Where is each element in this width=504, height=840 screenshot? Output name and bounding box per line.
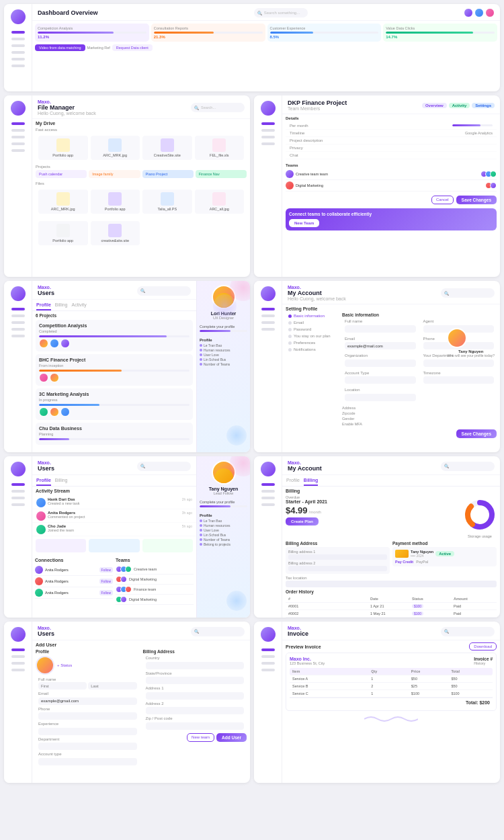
dkp-tab-overview[interactable]: Overview xyxy=(422,103,447,108)
input-email[interactable] xyxy=(345,342,416,349)
dkp-tab-activity[interactable]: Activity xyxy=(449,103,470,108)
add-dept[interactable] xyxy=(38,743,137,750)
file-2[interactable]: Portfolio app xyxy=(91,190,140,214)
ma1-nav-2[interactable] xyxy=(261,314,275,317)
input-actype[interactable] xyxy=(345,376,416,384)
setting-nav-email[interactable]: Email xyxy=(286,319,339,326)
setting-nav-pref[interactable]: Preferences xyxy=(286,339,339,346)
dkp-nav-4[interactable] xyxy=(261,142,275,145)
ua-tab-billing[interactable]: Billing xyxy=(55,478,68,486)
dkp-nav-2[interactable] xyxy=(261,129,275,132)
conn-btn-3[interactable]: Follow xyxy=(99,590,113,595)
project-tag-3[interactable]: Piano Project xyxy=(142,170,194,178)
add-phone[interactable] xyxy=(38,712,137,720)
u1-tab-profile[interactable]: Profile xyxy=(36,302,51,310)
mab-search[interactable]: 🔍 xyxy=(441,462,495,471)
action-btn-1[interactable]: Video from data matching xyxy=(35,44,85,51)
add-state[interactable] xyxy=(146,677,245,684)
mab-nav-4[interactable] xyxy=(261,503,275,506)
setting-nav-password[interactable]: Password xyxy=(286,326,339,333)
save-changes-btn[interactable]: Save Changes xyxy=(456,429,497,438)
inv1-nav-2[interactable] xyxy=(261,655,275,658)
u1-nav-5[interactable] xyxy=(11,335,25,337)
folder-2[interactable]: ARC_MRK.jpg xyxy=(91,136,140,160)
mab-tab-billing[interactable]: Billing xyxy=(304,478,318,486)
nav-icon-projects[interactable] xyxy=(11,58,25,60)
project-tag-1[interactable]: Push calendar xyxy=(36,170,87,178)
inv1-nav-3[interactable] xyxy=(261,662,275,665)
u1-tab-activity[interactable]: Activity xyxy=(71,302,86,310)
ma1-nav-1[interactable] xyxy=(261,308,275,310)
mab-nav-1[interactable] xyxy=(261,483,275,486)
fm-search[interactable]: 🔍 Search... xyxy=(191,103,245,112)
nav-icon-reports[interactable] xyxy=(11,65,25,67)
avatar-notification[interactable] xyxy=(485,8,495,17)
mab-nav-2[interactable] xyxy=(261,490,275,493)
add-zip[interactable] xyxy=(146,722,245,730)
project-tag-2[interactable]: Image family xyxy=(89,170,140,178)
ua-tab-profile[interactable]: Profile xyxy=(36,478,51,486)
add-firstname[interactable] xyxy=(38,682,87,689)
fm-nav-5[interactable] xyxy=(11,149,25,152)
add-user-submit-btn[interactable]: Add User xyxy=(216,733,247,742)
dkp-save-btn[interactable]: Save Changes xyxy=(456,196,497,204)
ua-nav-4[interactable] xyxy=(11,503,25,506)
nav-icon-dashboard[interactable] xyxy=(11,31,25,34)
add-addr1[interactable] xyxy=(146,692,245,700)
dkp-nav-1[interactable] xyxy=(261,122,275,125)
input-timezone[interactable] xyxy=(423,376,495,384)
u1-nav-2[interactable] xyxy=(11,314,25,317)
ma1-nav-4[interactable] xyxy=(261,328,275,331)
ua-nav-2[interactable] xyxy=(11,490,25,493)
add-actype[interactable] xyxy=(38,758,137,765)
folder-1[interactable]: Portfolio app xyxy=(38,136,88,160)
pay-credit[interactable]: Pay Credit xyxy=(395,560,413,564)
fm-nav-1[interactable] xyxy=(11,122,25,125)
file-5[interactable]: Portfolio app xyxy=(38,221,88,245)
conn-btn-2[interactable]: Follow xyxy=(99,579,113,584)
project-tag-4[interactable]: Finance Nav xyxy=(196,170,247,178)
input-org[interactable] xyxy=(345,360,416,367)
pay-paypal[interactable]: PayPal xyxy=(416,560,428,564)
download-btn[interactable]: Download xyxy=(469,642,497,650)
addr-field-1[interactable] xyxy=(288,554,387,560)
folder-3[interactable]: CreativeSite.site xyxy=(142,136,192,160)
dkp-tab-settings[interactable]: Settings xyxy=(472,103,495,108)
uadd-nav-4[interactable] xyxy=(11,669,25,671)
ua-nav-3[interactable] xyxy=(11,497,25,499)
file-1[interactable]: ARC_MRK.jpg xyxy=(38,190,88,214)
fm-nav-4[interactable] xyxy=(11,142,25,145)
search-bar[interactable]: 🔍 Search something... xyxy=(254,8,308,17)
action-btn-2[interactable]: Request Data client xyxy=(112,44,153,51)
input-location[interactable] xyxy=(345,394,416,401)
nav-icon-campaigns[interactable] xyxy=(11,38,25,40)
add-email[interactable] xyxy=(38,698,137,705)
uadd-nav-2[interactable] xyxy=(11,655,25,658)
u1-nav-4[interactable] xyxy=(11,328,25,331)
create-plan-btn[interactable]: Create Plan xyxy=(286,517,319,526)
uadd-nav-1[interactable] xyxy=(11,648,25,651)
cancel-user-btn[interactable]: New team xyxy=(187,733,214,742)
inv1-nav-4[interactable] xyxy=(261,669,275,671)
input-fullname[interactable] xyxy=(345,325,416,333)
add-addr2[interactable] xyxy=(146,707,245,714)
ma1-nav-3[interactable] xyxy=(261,321,275,324)
fm-nav-2[interactable] xyxy=(11,129,25,132)
add-avatar-change[interactable]: + Status xyxy=(57,663,72,667)
file-3[interactable]: Talia_all.PS xyxy=(142,190,192,214)
uadd-nav-3[interactable] xyxy=(11,662,25,665)
inv1-nav-1[interactable] xyxy=(261,648,275,651)
uadd-search[interactable]: 🔍 xyxy=(191,627,245,636)
u1-nav-3[interactable] xyxy=(11,321,25,324)
mab-tab-profile[interactable]: Profile xyxy=(286,478,300,486)
new-team-btn[interactable]: New Team xyxy=(289,219,319,227)
file-4[interactable]: ARC_all.jpg xyxy=(195,190,245,214)
setting-nav-notif[interactable]: Notifications xyxy=(286,346,339,353)
add-country[interactable] xyxy=(146,662,245,669)
setting-nav-plan[interactable]: You stay on our plan xyxy=(286,333,339,339)
ua-search[interactable]: 🔍 xyxy=(137,462,191,471)
dkp-cancel-btn[interactable]: Cancel xyxy=(431,196,454,204)
conn-btn-1[interactable]: Follow xyxy=(99,567,113,573)
mab-nav-3[interactable] xyxy=(261,497,275,499)
input-dept[interactable] xyxy=(423,360,495,367)
